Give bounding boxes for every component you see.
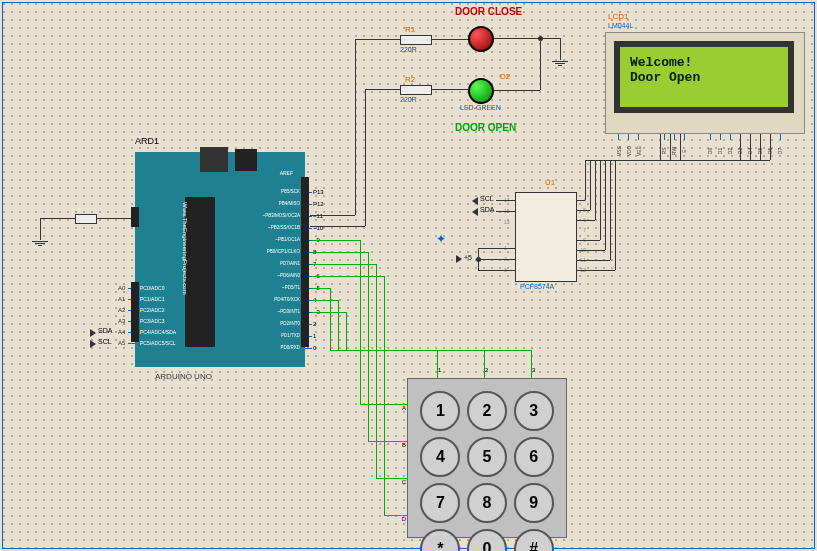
door-close-label: DOOR CLOSE xyxy=(455,6,522,17)
arduino-pin-d0: 0 xyxy=(313,345,316,351)
arduino-pin-dP12: P12 xyxy=(313,201,324,207)
lcd-value: LM044L xyxy=(608,22,633,29)
lcd-screen: Welcome! Door Open xyxy=(614,41,794,113)
arduino-pin-dP13: P13 xyxy=(313,189,324,195)
reset-pullup xyxy=(75,214,97,224)
lcd-pin-D1: D1 xyxy=(716,132,724,154)
keypad-key-1[interactable]: 1 xyxy=(420,391,460,431)
lcd-line1: Welcome! xyxy=(630,55,778,70)
pcf-chip xyxy=(515,192,577,282)
arduino-pin-d11: ~11 xyxy=(313,213,323,219)
lcd-pin-RS: RS xyxy=(660,132,668,154)
d2-value: LED-GREEN xyxy=(460,104,501,111)
resistor-r2 xyxy=(400,85,432,95)
keypad-key-2[interactable]: 2 xyxy=(467,391,507,431)
led-green[interactable] xyxy=(468,78,494,104)
door-open-label: DOOR OPEN xyxy=(455,122,516,133)
arduino-pin-d2: 2 xyxy=(313,321,316,327)
keypad-rowB: B xyxy=(392,442,406,448)
r2-value: 220R xyxy=(400,96,417,103)
keypad-key-4[interactable]: 4 xyxy=(420,437,460,477)
r1-ref: R1 xyxy=(405,25,415,34)
keypad-key-0[interactable]: 0 xyxy=(467,529,507,551)
lcd-pin-E: E xyxy=(680,132,688,154)
lcd-module: Welcome! Door Open xyxy=(605,32,805,134)
keypad-col3: 3 xyxy=(532,367,535,373)
keypad-key-5[interactable]: 5 xyxy=(467,437,507,477)
keypad-col1: 1 xyxy=(438,367,441,373)
keypad-key-3[interactable]: 3 xyxy=(514,391,554,431)
lcd-line2: Door Open xyxy=(630,70,778,85)
keypad-rowD: D xyxy=(392,516,406,522)
keypad-key-8[interactable]: 8 xyxy=(467,483,507,523)
arduino-pin-A4: A4 xyxy=(118,329,125,335)
keypad-key-6[interactable]: 6 xyxy=(514,437,554,477)
lcd-pin-RW: RW xyxy=(670,132,678,154)
r2-ref: R2 xyxy=(405,75,415,84)
lcd-pins: VSSVDDVEERSRWED0D1D2D3D4D5D6D7 xyxy=(614,132,794,162)
arduino-pin-A2: A2 xyxy=(118,307,125,313)
aref-label: AREF xyxy=(280,170,293,176)
keypad-key-9[interactable]: 9 xyxy=(514,483,554,523)
lcd-pin-VDD: VDD xyxy=(624,132,632,154)
arduino-pin-A0: A0 xyxy=(118,285,125,291)
net-sda: SDA xyxy=(480,206,494,213)
keypad: 1 2 3 A B C D 123456789*0# xyxy=(407,378,567,538)
dc-jack xyxy=(235,149,257,171)
keypad-key-7[interactable]: 7 xyxy=(420,483,460,523)
lcd-pin-VEE: VEE xyxy=(634,132,642,154)
keypad-rowA: A xyxy=(392,405,406,411)
resistor-r1 xyxy=(400,35,432,45)
lcd-pin-D2: D2 xyxy=(726,132,734,154)
mcu-chip xyxy=(185,197,215,347)
net-vdd: +5 xyxy=(464,254,472,261)
pcf-ref: U1 xyxy=(545,178,555,187)
mcu-label: Www.TheEngineeringProjects.com xyxy=(182,202,188,342)
arduino-pin-d1: 1 xyxy=(313,333,316,339)
pcf-value: PCF8574A xyxy=(520,283,554,290)
d2-ref: D2 xyxy=(500,72,510,81)
arduino-ref: ARD1 xyxy=(135,136,159,146)
arduino-net-sda: SDA xyxy=(98,327,112,334)
arduino-pin-A3: A3 xyxy=(118,318,125,324)
net-scl: SCL xyxy=(480,195,494,202)
usb-connector xyxy=(200,147,228,172)
keypad-rowC: C xyxy=(392,479,406,485)
lcd-pin-D0: D0 xyxy=(706,132,714,154)
lcd-ref: LCD1 xyxy=(608,12,628,21)
arduino-value: ARDUINO UNO xyxy=(155,372,212,381)
keypad-key-#[interactable]: # xyxy=(514,529,554,551)
arduino-pin-A5: A5 xyxy=(118,340,125,346)
keypad-col2: 2 xyxy=(485,367,488,373)
r1-value: 220R xyxy=(400,46,417,53)
keypad-key-*[interactable]: * xyxy=(420,529,460,551)
arduino-pin-A1: A1 xyxy=(118,296,125,302)
led-red[interactable] xyxy=(468,26,494,52)
ground-symbol-leds xyxy=(552,60,568,72)
arduino-net-scl: SCL xyxy=(98,338,112,345)
ground-symbol-arduino xyxy=(32,240,48,252)
center-marker: ✦ xyxy=(436,232,446,246)
lcd-pin-VSS: VSS xyxy=(614,132,622,154)
lcd-pin-D7: D7 xyxy=(776,132,784,154)
